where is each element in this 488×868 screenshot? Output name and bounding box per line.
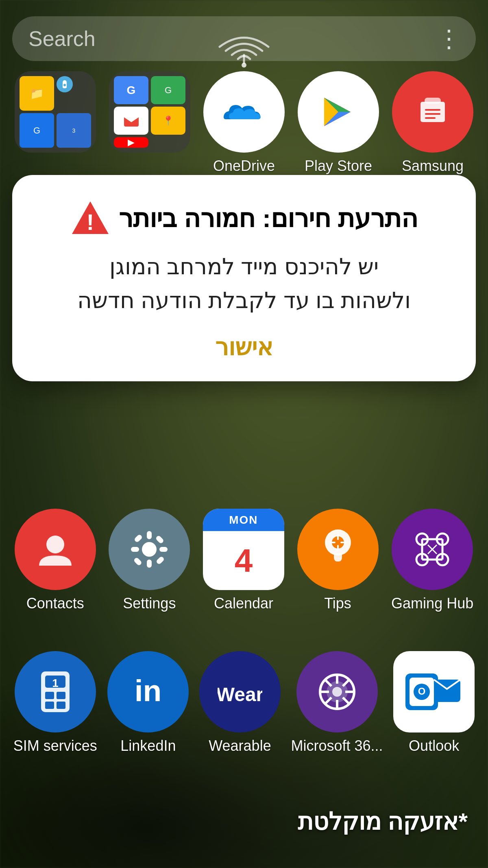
youtube-mini: ▶ — [114, 137, 148, 148]
settings-svg — [127, 527, 172, 572]
settings-label: Settings — [123, 595, 176, 612]
alert-title: התרעת חירום: חמורה ביותר — [119, 203, 418, 234]
folder-mini-4: 3 — [57, 113, 91, 148]
bottom-recording-text: *אזעקה מוקלטת — [298, 808, 468, 835]
svg-point-0 — [63, 84, 66, 86]
svg-rect-2 — [420, 102, 445, 122]
contacts-svg — [35, 529, 76, 570]
calendar-label: Calendar — [214, 595, 273, 612]
google-mini-1: G — [114, 76, 148, 104]
playstore-svg — [316, 90, 361, 134]
folder-mini-1: 📁 — [20, 76, 54, 111]
top-apps-row: 📁 G 3 G G — [0, 71, 488, 175]
svg-rect-34 — [57, 702, 65, 709]
tips-app[interactable]: Tips — [297, 509, 379, 612]
gaming-hub-app[interactable]: Gaming Hub — [391, 509, 473, 612]
svg-rect-3 — [425, 98, 441, 104]
folder-mini-3: G — [20, 113, 54, 148]
alert-body-text: יש להיכנס מייד למרחב המוגןולשהות בו עד ל… — [77, 254, 411, 313]
tips-label: Tips — [324, 595, 351, 612]
svg-rect-31 — [45, 692, 54, 699]
sim-services-icon[interactable]: 1 — [15, 651, 96, 732]
alert-header: ! התרעת חירום: חמורה ביותר — [33, 199, 455, 238]
outlook-icon[interactable]: O — [393, 651, 475, 732]
ms365-icon[interactable] — [296, 651, 378, 732]
ms365-label: Microsoft 36... — [291, 737, 383, 754]
app-folder-1[interactable]: 📁 G 3 — [15, 71, 96, 153]
ms365-app[interactable]: Microsoft 36... — [291, 651, 383, 754]
svg-point-1 — [242, 63, 246, 68]
svg-rect-15 — [155, 535, 165, 544]
linkedin-label: LinkedIn — [120, 737, 176, 754]
samsung-store-svg — [410, 90, 455, 134]
apps-row-1: Contacts Settings — [0, 509, 488, 612]
more-menu-icon[interactable]: ⋮ — [437, 24, 460, 53]
svg-text:O: O — [418, 686, 426, 697]
svg-point-6 — [46, 536, 64, 553]
svg-text:in: in — [135, 673, 162, 708]
samsung-store-label: Samsung — [402, 157, 464, 175]
wearable-icon[interactable]: Wear — [199, 651, 281, 732]
gaming-hub-label: Gaming Hub — [391, 595, 473, 612]
folder-mini-2 — [57, 76, 73, 92]
linkedin-icon[interactable]: in — [107, 651, 189, 732]
sim-svg: 1 — [35, 667, 76, 716]
svg-text:!: ! — [87, 210, 94, 235]
linkedin-app[interactable]: in LinkedIn — [107, 651, 189, 754]
outlook-app[interactable]: O Outlook — [393, 651, 475, 754]
onedrive-svg — [222, 97, 266, 127]
svg-rect-8 — [147, 531, 152, 539]
sim-services-app[interactable]: 1 SIM services — [13, 651, 97, 754]
tips-icon[interactable] — [297, 509, 379, 590]
ms365-svg — [313, 667, 362, 716]
gmail-mini — [114, 107, 148, 135]
playstore-icon[interactable] — [298, 71, 379, 153]
svg-rect-9 — [147, 560, 152, 568]
gaming-hub-icon[interactable] — [392, 509, 473, 590]
onedrive-label: OneDrive — [213, 157, 275, 175]
svg-rect-12 — [134, 534, 143, 543]
svg-rect-32 — [57, 692, 65, 699]
google-folder[interactable]: G G 📍 ▶ — [109, 71, 190, 153]
sim-services-label: SIM services — [13, 737, 97, 754]
linkedin-svg: in — [126, 669, 170, 714]
svg-rect-14 — [133, 557, 143, 566]
svg-rect-33 — [45, 702, 54, 709]
wearable-app[interactable]: Wear Wearable — [199, 651, 281, 754]
onedrive-app[interactable]: OneDrive — [203, 71, 285, 175]
samsung-store-app[interactable]: Samsung — [392, 71, 473, 175]
gaming-svg — [408, 525, 457, 574]
svg-text:Wear: Wear — [218, 684, 262, 705]
svg-point-7 — [142, 542, 157, 557]
wearable-svg: Wear — [218, 669, 262, 714]
folder-1-icon[interactable]: 📁 G 3 — [15, 71, 96, 153]
svg-text:1: 1 — [52, 677, 59, 689]
alert-ok-button[interactable]: אישור — [215, 333, 273, 361]
apps-row-2: 1 SIM services in LinkedIn Wear Wearable — [0, 651, 488, 754]
calendar-app[interactable]: MON 4 Calendar — [203, 509, 284, 612]
alert-dialog: ! התרעת חירום: חמורה ביותר יש להיכנס מיי… — [12, 175, 476, 381]
alert-warning-icon: ! — [70, 199, 111, 238]
outlook-label: Outlook — [409, 737, 459, 754]
samsung-store-icon[interactable] — [392, 71, 473, 153]
calendar-icon[interactable]: MON 4 — [203, 509, 284, 590]
outlook-svg: O — [403, 665, 464, 718]
playstore-label: Play Store — [305, 157, 372, 175]
settings-app[interactable]: Settings — [109, 509, 190, 612]
svg-rect-13 — [156, 556, 165, 565]
contacts-app[interactable]: Contacts — [15, 509, 96, 612]
alert-body: יש להיכנס מייד למרחב המוגןולשהות בו עד ל… — [77, 250, 411, 317]
tips-svg — [320, 527, 356, 572]
settings-icon[interactable] — [109, 509, 190, 590]
contacts-label: Contacts — [26, 595, 84, 612]
svg-rect-11 — [159, 547, 168, 552]
svg-rect-10 — [131, 547, 139, 552]
maps-mini: 📍 — [151, 107, 185, 135]
google-mini-2: G — [151, 76, 185, 104]
contacts-icon[interactable] — [15, 509, 96, 590]
playstore-app[interactable]: Play Store — [298, 71, 379, 175]
wearable-label: Wearable — [209, 737, 271, 754]
svg-point-40 — [332, 687, 342, 697]
onedrive-icon[interactable] — [203, 71, 285, 153]
google-folder-icon[interactable]: G G 📍 ▶ — [109, 71, 190, 153]
